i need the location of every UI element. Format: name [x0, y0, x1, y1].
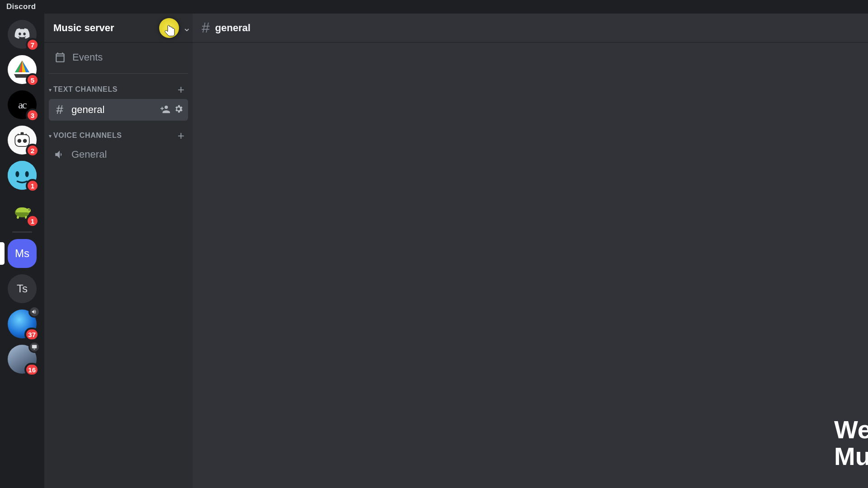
title-bar: Discord	[0, 0, 868, 14]
svg-point-11	[28, 209, 29, 210]
server-item[interactable]: 16	[8, 345, 37, 374]
svg-rect-14	[32, 345, 37, 348]
server-item[interactable]: 1	[8, 161, 37, 190]
app-shell: 7 5 ac 3 2	[0, 14, 868, 488]
server-abbrev: Ts	[17, 282, 28, 295]
voice-channels-category[interactable]: ▾ VOICE CHANNELS +	[44, 122, 193, 144]
channel-sidebar: Music server ⌄ Events ▾ TEXT CHANNELS +	[44, 14, 193, 488]
server-list: 7 5 ac 3 2	[0, 14, 44, 488]
server-item[interactable]: 2	[8, 126, 37, 155]
server-dropdown-button[interactable]: ⌄	[155, 18, 184, 38]
main-area: # general We Mu	[193, 14, 868, 488]
separator	[49, 73, 188, 74]
channel-name: general	[71, 104, 155, 116]
server-abbrev: ac	[18, 99, 26, 111]
svg-point-2	[23, 139, 27, 143]
svg-point-5	[25, 134, 27, 136]
channel-header: # general	[193, 14, 868, 42]
text-channel-general[interactable]: # general	[49, 99, 188, 121]
svg-rect-15	[33, 349, 35, 349]
category-label: TEXT CHANNELS	[53, 85, 118, 94]
server-abbrev: Ms	[15, 247, 29, 260]
events-label: Events	[72, 52, 103, 63]
sidebar-nav: Events	[44, 42, 193, 68]
server-item-active[interactable]: Ms	[8, 239, 37, 268]
invite-icon[interactable]	[160, 104, 170, 116]
voice-channel-general[interactable]: General	[49, 145, 188, 164]
welcome-heading: We Mu	[834, 417, 868, 470]
server-item[interactable]: Ts	[8, 274, 37, 303]
pointer-cursor-icon	[164, 24, 177, 38]
notification-badge: 1	[26, 214, 39, 228]
svg-point-1	[18, 139, 22, 143]
gear-icon[interactable]	[174, 104, 184, 116]
svg-rect-12	[17, 216, 19, 219]
notification-badge: 37	[24, 328, 39, 341]
svg-point-10	[26, 208, 31, 213]
svg-rect-3	[21, 132, 24, 135]
svg-point-7	[15, 171, 19, 177]
notification-badge: 3	[26, 108, 39, 122]
server-divider	[12, 231, 32, 233]
calendar-icon	[54, 52, 66, 63]
events-button[interactable]: Events	[49, 47, 188, 68]
channel-name: General	[71, 149, 184, 160]
notification-badge: 5	[26, 73, 39, 87]
server-home[interactable]: 7	[8, 20, 37, 49]
chevron-down-icon: ▾	[49, 133, 52, 139]
hash-icon: #	[53, 103, 66, 117]
chevron-down-icon: ⌄	[183, 22, 191, 34]
svg-point-4	[18, 134, 19, 136]
chevron-down-icon: ▾	[49, 87, 52, 93]
svg-rect-0	[15, 135, 29, 146]
hash-icon: #	[202, 19, 210, 36]
add-channel-button[interactable]: +	[178, 84, 184, 95]
server-item[interactable]: 5	[8, 55, 37, 84]
channel-title: general	[215, 22, 250, 34]
category-label: VOICE CHANNELS	[53, 131, 122, 140]
notification-badge: 7	[26, 38, 39, 52]
add-channel-button[interactable]: +	[178, 130, 184, 141]
chat-content: We Mu	[193, 42, 868, 488]
voice-indicator-icon	[28, 306, 40, 318]
server-item[interactable]: 37	[8, 310, 37, 338]
app-title: Discord	[6, 2, 36, 11]
notification-badge: 2	[26, 144, 39, 157]
server-header[interactable]: Music server ⌄	[44, 14, 193, 42]
server-item[interactable]: ac 3	[8, 90, 37, 119]
screen-share-indicator-icon	[28, 341, 40, 353]
notification-badge: 16	[24, 363, 39, 376]
server-item[interactable]: 1	[8, 196, 37, 225]
svg-point-8	[25, 171, 29, 177]
active-pill	[0, 242, 5, 265]
server-name: Music server	[53, 22, 114, 34]
speaker-icon	[53, 149, 66, 160]
channel-actions	[160, 104, 184, 116]
text-channels-category[interactable]: ▾ TEXT CHANNELS +	[44, 75, 193, 98]
notification-badge: 1	[26, 179, 39, 192]
